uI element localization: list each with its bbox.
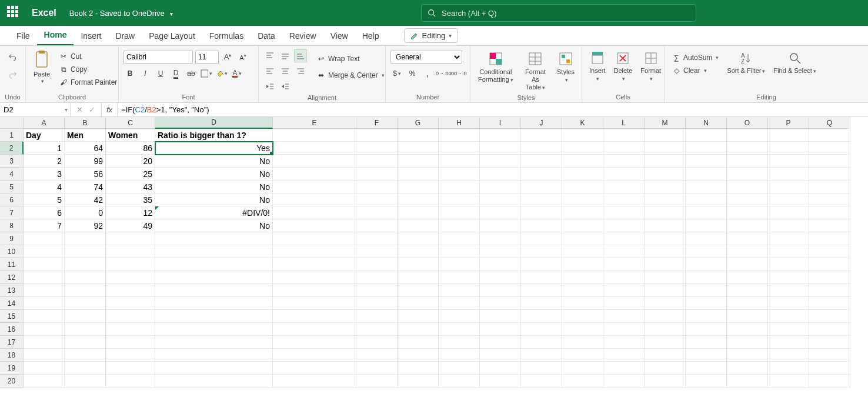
column-header[interactable]: L xyxy=(603,117,645,129)
cell[interactable] xyxy=(106,336,155,349)
cell[interactable] xyxy=(480,168,521,181)
cell[interactable] xyxy=(521,168,562,181)
cell[interactable] xyxy=(727,258,768,271)
cell[interactable] xyxy=(24,245,65,258)
cell[interactable] xyxy=(398,349,439,362)
row-header[interactable]: 5 xyxy=(0,181,24,193)
cell[interactable] xyxy=(727,219,768,232)
decrease-decimal-button[interactable]: .00→.0 xyxy=(452,67,465,80)
select-all-corner[interactable] xyxy=(0,117,24,129)
cell[interactable] xyxy=(809,336,850,349)
cell[interactable] xyxy=(603,129,645,142)
cell[interactable] xyxy=(809,232,850,245)
cell[interactable] xyxy=(686,336,727,349)
cell[interactable] xyxy=(645,232,686,245)
cell[interactable] xyxy=(356,323,398,336)
cell[interactable] xyxy=(273,181,356,193)
tab-formulas[interactable]: Formulas xyxy=(202,28,251,45)
cell[interactable]: 42 xyxy=(65,193,106,206)
cell[interactable]: 99 xyxy=(65,155,106,168)
cell[interactable] xyxy=(768,206,809,219)
cell[interactable] xyxy=(65,245,106,258)
cell[interactable] xyxy=(521,349,562,362)
cell[interactable] xyxy=(686,129,727,142)
row-header[interactable]: 3 xyxy=(0,155,24,168)
cell[interactable] xyxy=(398,362,439,375)
cell[interactable]: Day xyxy=(24,129,65,142)
align-middle-button[interactable] xyxy=(279,49,292,62)
cell[interactable] xyxy=(562,375,603,388)
cell[interactable] xyxy=(809,219,850,232)
column-header[interactable]: A xyxy=(24,117,65,129)
column-header[interactable]: N xyxy=(686,117,727,129)
cell[interactable] xyxy=(809,129,850,142)
wrap-text-button[interactable]: ↩Wrap Text xyxy=(314,53,387,65)
cell[interactable] xyxy=(398,375,439,388)
row-header[interactable]: 11 xyxy=(0,258,24,271)
row-header[interactable]: 6 xyxy=(0,193,24,206)
cell[interactable] xyxy=(356,168,398,181)
tab-review[interactable]: Review xyxy=(282,28,323,45)
cell[interactable] xyxy=(398,258,439,271)
cell[interactable] xyxy=(768,284,809,297)
cell[interactable] xyxy=(521,336,562,349)
cell[interactable] xyxy=(480,284,521,297)
cell[interactable] xyxy=(480,336,521,349)
cell[interactable] xyxy=(356,258,398,271)
cell[interactable] xyxy=(65,284,106,297)
cell[interactable]: Men xyxy=(65,129,106,142)
cell[interactable] xyxy=(24,362,65,375)
align-center-button[interactable] xyxy=(279,65,292,78)
tab-view[interactable]: View xyxy=(323,28,355,45)
cell[interactable] xyxy=(562,168,603,181)
cell[interactable] xyxy=(480,349,521,362)
cell[interactable] xyxy=(65,297,106,310)
cell[interactable] xyxy=(603,168,645,181)
cell[interactable] xyxy=(521,362,562,375)
row-header[interactable]: 2 xyxy=(0,142,24,155)
cell[interactable] xyxy=(439,181,480,193)
cell[interactable] xyxy=(727,297,768,310)
cell[interactable] xyxy=(727,336,768,349)
cell[interactable] xyxy=(155,349,273,362)
cell[interactable] xyxy=(480,129,521,142)
row-header[interactable]: 14 xyxy=(0,297,24,310)
row-header[interactable]: 16 xyxy=(0,323,24,336)
cell[interactable] xyxy=(686,232,727,245)
cell[interactable] xyxy=(439,232,480,245)
cell[interactable] xyxy=(521,284,562,297)
cell[interactable] xyxy=(645,219,686,232)
cell[interactable]: 5 xyxy=(24,193,65,206)
cell[interactable] xyxy=(809,362,850,375)
cell[interactable] xyxy=(686,206,727,219)
cell[interactable] xyxy=(727,232,768,245)
cell[interactable]: 35 xyxy=(106,193,155,206)
cell[interactable] xyxy=(686,310,727,323)
cell[interactable] xyxy=(155,258,273,271)
cell[interactable] xyxy=(24,297,65,310)
cell[interactable] xyxy=(562,181,603,193)
cell[interactable] xyxy=(645,181,686,193)
cell[interactable] xyxy=(809,245,850,258)
increase-font-button[interactable]: A▴ xyxy=(221,51,234,64)
cell[interactable] xyxy=(562,258,603,271)
cell[interactable] xyxy=(356,232,398,245)
row-header[interactable]: 10 xyxy=(0,245,24,258)
format-as-table-button[interactable]: Format As Table▾ xyxy=(520,49,551,93)
cell[interactable] xyxy=(24,232,65,245)
cell[interactable]: 64 xyxy=(65,142,106,155)
cell[interactable]: 25 xyxy=(106,168,155,181)
cell[interactable] xyxy=(603,375,645,388)
cell[interactable] xyxy=(273,232,356,245)
cell[interactable] xyxy=(809,375,850,388)
cell[interactable] xyxy=(686,181,727,193)
cell[interactable]: 1 xyxy=(24,142,65,155)
cell[interactable] xyxy=(603,284,645,297)
cell[interactable] xyxy=(65,336,106,349)
find-select-button[interactable]: Find & Select▾ xyxy=(771,49,818,76)
column-header[interactable]: I xyxy=(480,117,521,129)
font-name-select[interactable] xyxy=(123,51,193,64)
merge-center-button[interactable]: ⬌Merge & Center▾ xyxy=(314,69,387,81)
cell[interactable] xyxy=(686,193,727,206)
cell[interactable] xyxy=(24,375,65,388)
